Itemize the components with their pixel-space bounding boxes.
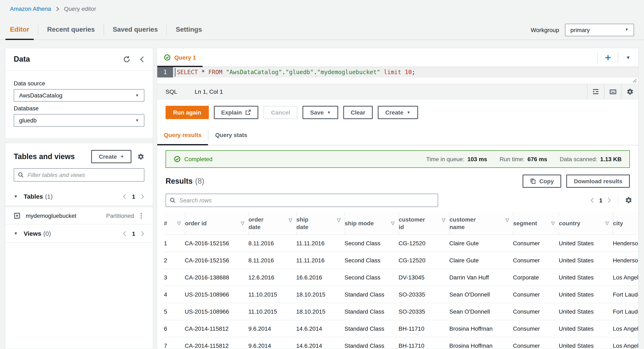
collapse-panel-icon[interactable]	[139, 56, 144, 63]
run-again-button[interactable]: Run again	[166, 106, 209, 119]
table-row: 7CA-2014-1158129.6.201414.6.2014Standard…	[164, 337, 638, 348]
filter-tables-input[interactable]	[27, 171, 140, 179]
chevron-right-icon[interactable]	[140, 193, 144, 199]
column-header-customer-name[interactable]: customer name▽	[449, 212, 513, 235]
table-cell: CA-2014-115812	[185, 337, 248, 348]
views-pager: 1	[123, 230, 144, 237]
column-header-city[interactable]: city▽	[613, 212, 638, 235]
divider	[618, 195, 618, 206]
query-actions: Run again Explain Cancel Save ▼ Clear Cr…	[157, 100, 638, 125]
filter-icon[interactable]: ▽	[605, 220, 609, 226]
table-item-name: mydemogluebucket	[26, 212, 106, 219]
filter-icon[interactable]: ▽	[241, 220, 244, 226]
cancel-button[interactable]: Cancel	[264, 106, 298, 119]
clear-button[interactable]: Clear	[343, 106, 373, 119]
tab-overflow-icon[interactable]: ▼	[618, 48, 638, 67]
table-cell: CA-2016-152156	[185, 252, 248, 269]
database-label: Database	[14, 105, 144, 112]
table-item-mydemogluebucket[interactable]: mydemogluebucket Partitioned ⋮	[6, 207, 153, 224]
views-group-row[interactable]: ▼ Views (0) 1	[6, 224, 153, 243]
filter-icon[interactable]: ▽	[289, 217, 292, 223]
expand-table-icon[interactable]	[14, 212, 20, 219]
filter-icon[interactable]: ▽	[391, 220, 394, 226]
database-select[interactable]: gluedb ▼	[14, 114, 144, 127]
column-header-country[interactable]: country▽	[559, 212, 613, 235]
gear-icon[interactable]	[137, 153, 144, 160]
table-row: 1CA-2016-1521568.11.201611.11.2016Second…	[164, 235, 638, 252]
filter-icon[interactable]: ▽	[506, 217, 509, 223]
column-header-customer-id[interactable]: customer id▽	[398, 212, 449, 235]
chevron-right-icon[interactable]	[608, 197, 611, 203]
explain-button[interactable]: Explain	[214, 106, 258, 119]
table-cell: United States	[559, 320, 613, 337]
column-header-order-id[interactable]: order id▽	[185, 212, 248, 235]
query-tab-1[interactable]: Query 1	[157, 48, 202, 67]
query-tab-label: Query 1	[174, 54, 196, 61]
chevron-left-icon[interactable]	[123, 193, 126, 199]
chevron-right-icon[interactable]	[140, 230, 144, 236]
table-cell: 14.6.2014	[296, 320, 344, 337]
table-cell: CA-2016-138688	[185, 269, 248, 286]
data-source-select[interactable]: AwsDataCatalog ▼	[14, 89, 144, 102]
column-header-ship-date[interactable]: ship date▽	[296, 212, 344, 235]
create-button[interactable]: Create ▼	[378, 106, 418, 119]
filter-icon[interactable]: ▽	[337, 217, 340, 223]
tab-settings[interactable]: Settings	[171, 20, 206, 40]
query-metric-time-in-queue: Time in queue:103 ms	[426, 156, 487, 162]
refresh-icon[interactable]	[123, 56, 130, 63]
top-tab-bar: EditorRecent queriesSaved queriesSetting…	[0, 20, 644, 40]
divider	[6, 205, 153, 207]
tab-recent-queries[interactable]: Recent queries	[42, 20, 99, 40]
chevron-left-icon[interactable]	[590, 197, 594, 203]
new-query-tab-icon[interactable]	[598, 48, 618, 67]
table-cell: 14.6.2014	[296, 337, 344, 348]
table-cell: SO-20335	[398, 286, 449, 303]
table-cell: Henderson	[613, 252, 638, 269]
table-cell: BH-11710	[398, 320, 449, 337]
table-cell: United States	[559, 337, 613, 348]
table-row: 3CA-2016-13868812.6.201616.6.2016Second …	[164, 269, 638, 286]
keyboard-shortcuts-icon[interactable]	[604, 84, 621, 99]
results-settings-gear-icon[interactable]	[625, 197, 632, 204]
chevron-down-icon: ▼	[327, 111, 331, 114]
download-results-button[interactable]: Download results	[566, 175, 630, 188]
metric-label: Time in queue:	[426, 156, 464, 162]
tab-query-results[interactable]: Query results	[157, 125, 208, 145]
filter-icon[interactable]: ▽	[442, 217, 445, 223]
views-count: (0)	[43, 230, 51, 237]
workgroup-select[interactable]: primary ▼	[565, 24, 634, 36]
athena-console: Amazon Athena Query editor EditorRecent …	[0, 0, 644, 349]
tab-query-stats[interactable]: Query stats	[209, 125, 254, 145]
chevron-left-icon[interactable]	[123, 230, 126, 236]
language-mode: SQL	[166, 88, 177, 95]
editor-settings-gear-icon[interactable]	[621, 84, 638, 99]
tab-editor[interactable]: Editor	[6, 20, 34, 40]
success-check-icon	[164, 54, 170, 61]
main-content: Data Data source AwsDataCatalog ▼ Databa…	[0, 40, 644, 349]
chevron-down-icon: ▼	[135, 94, 139, 97]
copy-button[interactable]: Copy	[523, 175, 562, 188]
table-cell: United States	[559, 303, 613, 320]
column-header-segment[interactable]: segment▽	[513, 212, 559, 235]
query-metric-data-scanned: Data scanned:1.13 KB	[560, 156, 622, 162]
format-query-icon[interactable]	[587, 84, 604, 99]
filter-icon[interactable]: ▽	[177, 220, 181, 226]
filter-icon[interactable]: ▽	[551, 220, 555, 226]
resize-handle-icon[interactable]	[631, 77, 637, 83]
column-header-ship-mode[interactable]: ship mode▽	[344, 212, 398, 235]
column-header-order-date[interactable]: order date▽	[248, 212, 296, 235]
table-cell: 18.10.2015	[296, 286, 344, 303]
tables-group-row[interactable]: ▼ Tables (1) 1	[6, 187, 153, 205]
query-tab-bar: Query 1 ▼	[157, 48, 638, 67]
table-body: 1CA-2016-1521568.11.201611.11.2016Second…	[164, 235, 638, 348]
search-rows-input[interactable]	[178, 197, 434, 204]
breadcrumb-link-amazon-athena[interactable]: Amazon Athena	[10, 6, 51, 12]
table-cell: 18.10.2015	[296, 303, 344, 320]
status-text: Completed	[184, 156, 212, 162]
sql-editor[interactable]: 1 SELECT * FROM "AwsDataCatalog"."gluedb…	[157, 67, 638, 84]
tab-saved-queries[interactable]: Saved queries	[108, 20, 162, 40]
save-button[interactable]: Save ▼	[303, 106, 338, 119]
kebab-menu-icon[interactable]: ⋮	[138, 212, 144, 219]
create-table-button[interactable]: Create ▼	[91, 150, 132, 163]
column-header-[interactable]: #▽	[164, 212, 185, 235]
